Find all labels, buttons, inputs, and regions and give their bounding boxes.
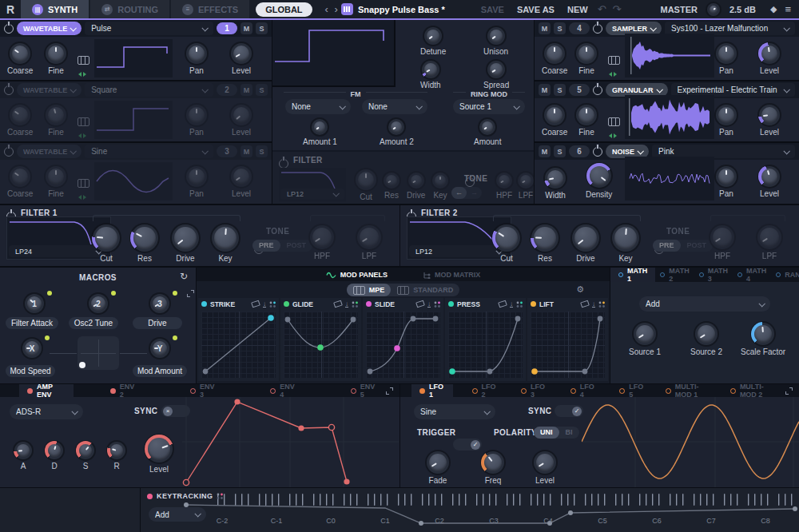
spread-knob[interactable] <box>487 61 505 78</box>
tab-mod-panels[interactable]: MOD PANELS <box>326 271 388 279</box>
math-source1-knob[interactable] <box>634 323 656 345</box>
macro3-knob[interactable]: 3 <box>150 294 169 313</box>
osc4-mute-button[interactable]: M <box>539 22 551 34</box>
osc2-power-icon[interactable] <box>4 85 14 95</box>
osc1-power-icon[interactable] <box>4 24 14 34</box>
global-button[interactable]: GLOBAL <box>256 2 312 17</box>
tab-env-4[interactable]: ENV 4 <box>262 384 305 397</box>
env-sustain-knob[interactable] <box>77 442 94 459</box>
tab-env-3[interactable]: ENV 3 <box>182 384 225 397</box>
osc3-type-dropdown[interactable]: WAVETABLE <box>17 145 81 158</box>
osc-tone-direction-toggle[interactable]: ←→ <box>451 187 482 199</box>
lfo-fade-knob[interactable] <box>427 451 449 474</box>
ringmod-source-dropdown[interactable]: Source 1 <box>453 99 525 114</box>
tab-env-2[interactable]: ENV 2 <box>102 384 145 397</box>
osc1-mute-button[interactable]: M <box>240 22 252 34</box>
env-decay-knob[interactable] <box>46 442 63 459</box>
tab-lfo-2[interactable]: LFO 2 <box>464 384 506 397</box>
mpe-standard-toggle[interactable]: MPE STANDARD <box>347 284 459 296</box>
strike-curve-editor[interactable] <box>201 312 276 378</box>
press-import-icon[interactable]: ↓ <box>510 301 513 308</box>
osc1-type-dropdown[interactable]: WAVETABLE <box>17 22 81 35</box>
undo-icon[interactable]: ↶ <box>598 3 606 15</box>
strike-eraser-icon[interactable] <box>251 300 260 308</box>
lift-import-icon[interactable]: ↓ <box>592 301 595 308</box>
preset-name[interactable]: Snappy Pulse Bass * <box>358 5 445 14</box>
math-operation-dropdown[interactable]: Add <box>639 296 770 312</box>
glide-curve-editor[interactable] <box>284 312 358 378</box>
glide-import-icon[interactable]: ↓ <box>345 301 348 308</box>
lfo-sync-toggle[interactable]: ✓ <box>555 405 583 417</box>
tab-effects[interactable]: ≡EFFECTS <box>171 0 249 18</box>
fm-amount2-knob[interactable] <box>388 119 404 135</box>
macro2-knob[interactable]: 2 <box>89 294 108 313</box>
lfo-level-knob[interactable] <box>534 451 556 474</box>
xy-pad-handle[interactable] <box>79 362 85 368</box>
oversampling-icon[interactable]: ◆ <box>770 4 777 14</box>
lfo-shape-dropdown[interactable]: Sine <box>414 404 495 419</box>
osc-filter-mode-dropdown[interactable]: LP12 <box>280 189 344 200</box>
osc5-fine-knob[interactable] <box>576 105 597 125</box>
math-scale-knob[interactable] <box>752 323 774 345</box>
fm-source1-dropdown[interactable]: None <box>285 99 351 114</box>
osc6-power-icon[interactable] <box>593 147 602 157</box>
keytracking-graph[interactable] <box>141 488 799 532</box>
filter2-lpf-knob[interactable] <box>757 225 781 249</box>
tab-mod-matrix[interactable]: MOD MATRIX <box>423 271 480 279</box>
filter1-hpf-knob[interactable] <box>310 225 334 249</box>
preset-prev-next[interactable]: ‹ › <box>325 3 340 15</box>
tab-lfo-4[interactable]: LFO 4 <box>562 384 604 397</box>
filter1-lpf-knob[interactable] <box>357 225 381 249</box>
osc5-level-knob[interactable] <box>759 105 780 125</box>
osc2-pan-knob[interactable] <box>186 105 207 125</box>
osc4-pan-knob[interactable] <box>716 43 737 64</box>
filter2-prepost-toggle[interactable]: PREPOST <box>653 240 713 252</box>
osc6-density-knob[interactable] <box>587 164 611 188</box>
lift-curve-editor[interactable] <box>531 312 605 378</box>
macro-x-knob[interactable]: X <box>22 339 42 358</box>
press-grid-icon[interactable] <box>516 301 523 308</box>
osc1-waveform-display[interactable] <box>94 39 173 77</box>
osc-editor-waveform-display[interactable] <box>272 20 396 87</box>
lfo-trigger-toggle[interactable]: ✓ <box>453 439 482 451</box>
slide-curve-editor[interactable] <box>366 312 440 378</box>
master-volume-knob[interactable] <box>707 3 720 16</box>
osc5-solo-button[interactable]: S <box>554 84 566 96</box>
osc4-solo-button[interactable]: S <box>554 22 566 34</box>
mod-settings-gear-icon[interactable]: ⚙ <box>576 285 584 294</box>
osc4-power-icon[interactable] <box>593 24 602 34</box>
slide-grid-icon[interactable] <box>434 301 440 308</box>
osc5-interpolate-icon[interactable] <box>609 127 617 141</box>
ringmod-amount-knob[interactable] <box>479 119 495 135</box>
tab-multi-mod-2[interactable]: MULTI-MOD 2 <box>722 384 785 397</box>
osc-filter-cut-knob[interactable] <box>356 169 376 190</box>
osc2-type-dropdown[interactable]: WAVETABLE <box>17 83 81 97</box>
save-as-button[interactable]: SAVE AS <box>517 5 555 14</box>
osc2-solo-button[interactable]: S <box>256 84 268 96</box>
tab-lfo-3[interactable]: LFO 3 <box>513 384 555 397</box>
filter2-hpf-knob[interactable] <box>710 225 734 249</box>
macro-xy-pad[interactable] <box>78 336 119 370</box>
lfo-graph[interactable] <box>582 397 799 487</box>
strike-import-icon[interactable]: ↓ <box>263 301 266 308</box>
fm-source2-dropdown[interactable]: None <box>362 99 427 114</box>
osc3-fine-knob[interactable] <box>46 166 66 187</box>
osc4-interpolate-icon[interactable] <box>609 66 617 80</box>
osc3-mute-button[interactable]: M <box>240 145 252 157</box>
osc4-level-knob[interactable] <box>759 43 780 64</box>
slide-import-icon[interactable]: ↓ <box>427 301 431 308</box>
osc1-level-knob[interactable] <box>231 43 252 64</box>
osc3-solo-button[interactable]: S <box>256 145 268 157</box>
macro-y-knob[interactable]: Y <box>150 339 169 358</box>
osc6-pan-knob[interactable] <box>716 166 737 187</box>
tab-lfo-1[interactable]: LFO 1 <box>411 384 453 397</box>
osc6-mute-button[interactable]: M <box>539 145 551 157</box>
osc6-solo-button[interactable]: S <box>554 145 566 157</box>
osc6-noise-display[interactable] <box>625 157 714 200</box>
tab-synth[interactable]: |||SYNTH <box>21 0 89 18</box>
tab-multi-mod-1[interactable]: MULTI-MOD 1 <box>658 384 721 397</box>
save-button[interactable]: SAVE <box>481 5 504 14</box>
tab-lfo-5[interactable]: LFO 5 <box>611 384 653 397</box>
press-curve-editor[interactable] <box>448 312 523 378</box>
redo-icon[interactable]: ↷ <box>613 3 622 15</box>
